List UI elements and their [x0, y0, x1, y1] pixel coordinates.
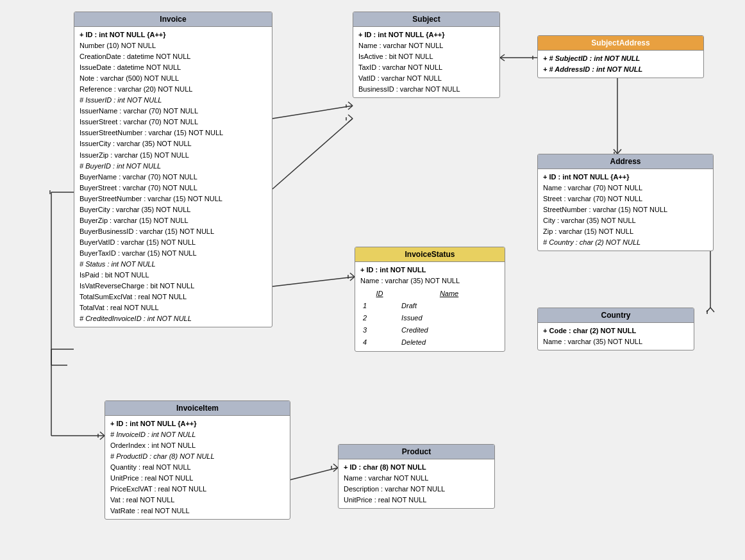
invoiceitem-field-vat: Vat : real NOT NULL — [110, 495, 285, 506]
svg-line-10 — [500, 58, 505, 61]
invoicestatus-row-3-id: 3 — [360, 324, 399, 336]
invoice-field-issuerstreetnumber: IssuerStreetNumber : varchar (15) NOT NU… — [80, 128, 267, 138]
invoicestatus-col-name: Name — [399, 288, 499, 300]
invoice-field-status: # Status : int NOT NULL — [80, 259, 267, 270]
invoicestatus-row-1-id: 1 — [360, 300, 399, 312]
subject-header: Subject — [353, 12, 499, 27]
invoicestatus-row-2: 2 Issued — [360, 312, 499, 324]
invoice-field-totalsumexclvat: TotalSumExclVat : real NOT NULL — [80, 292, 267, 302]
invoice-entity: Invoice + ID : int NOT NULL {A++} Number… — [74, 12, 272, 327]
address-field-id: + ID : int NOT NULL {A++} — [543, 172, 708, 183]
svg-line-2 — [348, 106, 353, 110]
product-entity: Product + ID : char (8) NOT NULL Name : … — [338, 444, 495, 509]
subject-field-isactive: IsActive : bit NOT NULL — [358, 51, 494, 62]
address-field-zip: Zip : varchar (15) NOT NULL — [543, 226, 708, 237]
invoicestatus-row-2-name: Issued — [399, 312, 499, 324]
invoice-header: Invoice — [74, 12, 272, 27]
invoice-field-creditedinvoiceid: # CreditedInvoiceID : int NOT NULL — [80, 313, 267, 324]
svg-line-6 — [348, 119, 353, 122]
invoicestatus-body: + ID : int NOT NULL Name : varchar (35) … — [355, 262, 505, 351]
subjectaddress-field-addressid: + # AddressID : int NOT NULL — [543, 64, 698, 75]
invoice-field-id: + ID : int NOT NULL {A++} — [80, 29, 267, 40]
invoice-field-buyerstreetnumber: BuyerStreetNumber : varchar (15) NOT NUL… — [80, 194, 267, 204]
svg-line-21 — [350, 273, 355, 277]
svg-line-14 — [617, 149, 621, 154]
country-entity: Country + Code : char (2) NOT NULL Name … — [537, 308, 694, 350]
invoicestatus-row-2-id: 2 — [360, 312, 399, 324]
svg-line-20 — [272, 277, 355, 286]
invoice-field-creationdate: CreationDate : datetime NOT NULL — [80, 51, 267, 62]
svg-line-27 — [100, 432, 105, 436]
invoicestatus-entity: InvoiceStatus + ID : int NOT NULL Name :… — [355, 247, 505, 352]
invoiceitem-field-quantity: Quantity : real NOT NULL — [110, 462, 285, 473]
invoice-field-issuedate: IssueDate : datetime NOT NULL — [80, 62, 267, 73]
product-field-name: Name : varchar NOT NULL — [344, 473, 489, 484]
invoice-field-ispaid: IsPaid : bit NOT NULL — [80, 270, 267, 281]
svg-line-32 — [333, 464, 338, 468]
subject-field-businessid: BusinessID : varchar NOT NULL — [358, 84, 494, 95]
product-body: + ID : char (8) NOT NULL Name : varchar … — [339, 459, 494, 508]
address-field-street: Street : varchar (70) NOT NULL — [543, 194, 708, 204]
invoicestatus-table: ID Name 1 Draft 2 Issued 3 Credited 4 — [360, 288, 499, 349]
product-field-description: Description : varchar NOT NULL — [344, 484, 489, 495]
invoiceitem-header: InvoiceItem — [105, 401, 290, 416]
invoice-field-reference: Reference : varchar (20) NOT NULL — [80, 84, 267, 95]
address-entity: Address + ID : int NOT NULL {A++} Name :… — [537, 154, 714, 251]
invoice-field-buyerbusinessid: BuyerBusinessID : varchar (15) NOT NULL — [80, 226, 267, 237]
svg-line-1 — [348, 102, 353, 106]
subject-entity: Subject + ID : int NOT NULL {A++} Name :… — [353, 12, 500, 98]
country-body: + Code : char (2) NOT NULL Name : varcha… — [538, 323, 694, 350]
invoice-field-buyerzip: BuyerZip : varchar (15) NOT NULL — [80, 215, 267, 226]
invoiceitem-body: + ID : int NOT NULL {A++} # InvoiceID : … — [105, 416, 290, 519]
invoice-field-issuername: IssuerName : varchar (70) NOT NULL — [80, 106, 267, 117]
invoice-field-buyercity: BuyerCity : varchar (35) NOT NULL — [80, 204, 267, 215]
invoicestatus-row-4-id: 4 — [360, 336, 399, 349]
invoiceitem-field-orderindex: OrderIndex : int NOT NULL — [110, 440, 285, 451]
invoice-body: + ID : int NOT NULL {A++} Number (10) NO… — [74, 27, 272, 327]
address-field-name: Name : varchar (70) NOT NULL — [543, 183, 708, 194]
address-field-country: # Country : char (2) NOT NULL — [543, 237, 708, 248]
invoiceitem-field-priceexclvat: PriceExclVAT : real NOT NULL — [110, 484, 285, 495]
subjectaddress-entity: SubjectAddress + # SubjectID : int NOT N… — [537, 35, 704, 78]
address-body: + ID : int NOT NULL {A++} Name : varchar… — [538, 169, 713, 251]
invoice-field-issuercity: IssuerCity : varchar (35) NOT NULL — [80, 138, 267, 149]
invoice-field-totalvat: TotalVat : real NOT NULL — [80, 302, 267, 313]
invoicestatus-row-3: 3 Credited — [360, 324, 499, 336]
product-field-id: + ID : char (8) NOT NULL — [344, 462, 489, 473]
country-field-name: Name : varchar (35) NOT NULL — [543, 336, 689, 347]
product-header: Product — [339, 445, 494, 459]
svg-line-5 — [348, 115, 353, 119]
subjectaddress-body: + # SubjectID : int NOT NULL + # Address… — [538, 51, 703, 78]
subject-field-taxid: TaxID : varchar NOT NULL — [358, 62, 494, 73]
subject-field-vatid: VatID : varchar NOT NULL — [358, 73, 494, 84]
invoiceitem-field-invoiceid: # InvoiceID : int NOT NULL — [110, 429, 285, 440]
subject-body: + ID : int NOT NULL {A++} Name : varchar… — [353, 27, 499, 97]
svg-line-13 — [614, 149, 617, 154]
erd-diagram: Invoice + ID : int NOT NULL {A++} Number… — [0, 0, 745, 560]
subjectaddress-field-subjectid: + # SubjectID : int NOT NULL — [543, 53, 698, 64]
address-field-streetnumber: StreetNumber : varchar (15) NOT NULL — [543, 204, 708, 215]
invoicestatus-row-1-name: Draft — [399, 300, 499, 312]
svg-line-18 — [710, 308, 714, 312]
address-field-city: City : varchar (35) NOT NULL — [543, 215, 708, 226]
invoice-field-issuerstreet: IssuerStreet : varchar (70) NOT NULL — [80, 117, 267, 128]
invoicestatus-row-4: 4 Deleted — [360, 336, 499, 349]
invoice-field-buyertaxid: BuyerTaxID : varchar (15) NOT NULL — [80, 248, 267, 259]
product-field-unitprice: UnitPrice : real NOT NULL — [344, 495, 489, 506]
invoiceitem-field-vatrate: VatRate : real NOT NULL — [110, 506, 285, 516]
invoiceitem-field-id: + ID : int NOT NULL {A++} — [110, 418, 285, 429]
invoice-field-number: Number (10) NOT NULL — [80, 40, 267, 51]
subject-field-name: Name : varchar NOT NULL — [358, 40, 494, 51]
invoicestatus-field-name: Name : varchar (35) NOT NULL — [360, 276, 499, 286]
invoice-field-buyerstreet: BuyerStreet : varchar (70) NOT NULL — [80, 183, 267, 194]
invoice-field-isvatreverse: IsVatReverseCharge : bit NOT NULL — [80, 281, 267, 292]
invoice-field-buyervatid: BuyerVatID : varchar (15) NOT NULL — [80, 237, 267, 248]
invoicestatus-row-3-name: Credited — [399, 324, 499, 336]
invoicestatus-header: InvoiceStatus — [355, 247, 505, 262]
invoice-field-issuerzip: IssuerZip : varchar (15) NOT NULL — [80, 150, 267, 161]
invoicestatus-row-4-name: Deleted — [399, 336, 499, 349]
svg-line-9 — [500, 54, 505, 58]
subjectaddress-header: SubjectAddress — [538, 36, 703, 51]
subject-field-id: + ID : int NOT NULL {A++} — [358, 29, 494, 40]
invoice-field-buyerid: # BuyerID : int NOT NULL — [80, 161, 267, 172]
